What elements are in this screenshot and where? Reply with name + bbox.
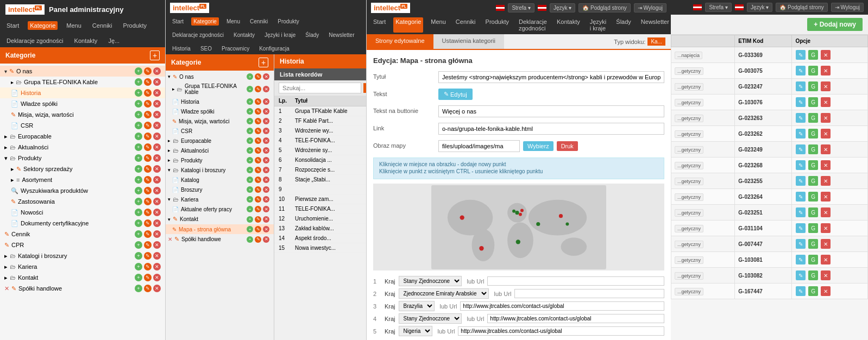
p3-nav-produkty[interactable]: Produkty bbox=[483, 17, 511, 33]
input-obraz[interactable] bbox=[438, 140, 520, 152]
input-button-text[interactable] bbox=[438, 105, 664, 117]
action-edit-btn[interactable]: ✎ bbox=[796, 176, 806, 186]
table-row[interactable]: ...getyczny G-031104 ✎ G ✕ bbox=[671, 221, 868, 236]
p3-nav-slady[interactable]: Ślady bbox=[614, 17, 633, 33]
p2-tree-mapa[interactable]: ✎ Mapa - strona główna + ✎ ✕ bbox=[166, 224, 274, 234]
table-row[interactable]: ...getyczny G-023249 ✎ G ✕ bbox=[671, 142, 868, 158]
btn-wybierz[interactable]: Wybierz bbox=[523, 141, 553, 151]
p2-tree-misja[interactable]: ✎ Misja, wizja, wartości + ✎ ✕ bbox=[166, 116, 274, 126]
tree-item-kariera[interactable]: ▸ 🗁 Kariera + ✎ ✕ bbox=[0, 261, 165, 272]
map-container[interactable] bbox=[373, 184, 664, 270]
icon-orange-3[interactable]: ✎ bbox=[144, 89, 152, 97]
table-row[interactable]: ...getyczny G-023262 ✎ G ✕ bbox=[671, 126, 868, 142]
country-select[interactable]: Stany Zjednoczone bbox=[399, 276, 462, 286]
tree-item-zastosowania[interactable]: ✎ Zastosowania + ✎ ✕ bbox=[0, 196, 165, 207]
p3-nav-kategorie[interactable]: Kategorie bbox=[393, 17, 423, 33]
p2-tree-oferty[interactable]: 📄 Aktualne oferty pracy + ✎ ✕ bbox=[166, 204, 274, 214]
wyloguj-button[interactable]: ⇥ Wyloguj bbox=[634, 3, 666, 12]
action-g-btn[interactable]: G bbox=[808, 97, 818, 107]
action-delete-btn[interactable]: ✕ bbox=[821, 207, 831, 217]
history-row[interactable]: 1Grupa TFKable Kable bbox=[274, 106, 366, 116]
tree-item-grupa[interactable]: ▸ 🗁 Grupa TELE-FONIKA Kable + ✎ ✕ bbox=[0, 77, 165, 87]
tree-item-misja[interactable]: ✎ Misja, wizja, wartości + ✎ ✕ bbox=[0, 109, 165, 120]
nav-cenniki[interactable]: Cenniki bbox=[90, 21, 115, 30]
nav-kategorie[interactable]: Kategorie bbox=[28, 21, 58, 30]
action-g-btn[interactable]: G bbox=[808, 50, 818, 60]
tree-item-historia[interactable]: 📄 Historia + ✎ ✕ bbox=[0, 87, 165, 98]
strefa-dropdown[interactable]: Strefa ▾ bbox=[508, 3, 534, 12]
history-row[interactable]: 7Rozpoczęcie s... bbox=[274, 165, 366, 175]
p3-nav-jezyki[interactable]: Języki i kraje bbox=[588, 17, 609, 33]
p2-nav-cenniki[interactable]: Cenniki bbox=[248, 17, 270, 26]
country-select[interactable]: Nigeria bbox=[399, 326, 432, 336]
add-kategorie-button[interactable]: + bbox=[150, 51, 160, 60]
p2-nav-menu[interactable]: Menu bbox=[224, 17, 242, 26]
p2-tree-grupaTF[interactable]: ▸ 🗁 Grupa TELE-FONIKA Kable + ✎ ✕ bbox=[166, 81, 274, 97]
p2-nav-jezyki[interactable]: Języki i kraje bbox=[262, 31, 298, 39]
p2-tree-katalog[interactable]: 📄 Katalog + ✎ ✕ bbox=[166, 175, 274, 185]
p3-nav-newsletter[interactable]: Newsletter bbox=[639, 17, 671, 33]
tab-ustawienia-kategorii[interactable]: Ustawienia kategorii bbox=[433, 34, 504, 49]
p2-tree-kontakt[interactable]: ▾ ✎ Kontakt + ✎ ✕ bbox=[166, 214, 274, 224]
nav-je[interactable]: Ję... bbox=[106, 36, 122, 45]
action-edit-btn[interactable]: ✎ bbox=[796, 207, 806, 217]
jezyk-dropdown[interactable]: Język ▾ bbox=[550, 3, 575, 12]
p2-tree-produkty[interactable]: ▸ 🗁 Produkty + ✎ ✕ bbox=[166, 155, 274, 165]
p2-nav-historia[interactable]: Historia bbox=[170, 45, 193, 53]
search-button[interactable]: Szukaj bbox=[363, 83, 366, 93]
icon-green-2[interactable]: + bbox=[135, 78, 142, 86]
input-link[interactable] bbox=[438, 123, 664, 135]
icon-red[interactable]: ✕ bbox=[153, 67, 161, 75]
action-delete-btn[interactable]: ✕ bbox=[821, 50, 831, 60]
history-row[interactable]: 4TELE-FONIKA... bbox=[274, 136, 366, 146]
action-g-btn[interactable]: G bbox=[808, 207, 818, 217]
p2-nav-produkty[interactable]: Produkty bbox=[275, 17, 301, 26]
p2-add-btn[interactable]: + bbox=[259, 58, 268, 67]
p2-nav-pracownicy[interactable]: Pracownicy bbox=[219, 45, 251, 53]
country-url-input[interactable] bbox=[487, 314, 664, 323]
action-edit-btn[interactable]: ✎ bbox=[796, 239, 806, 249]
action-edit-btn[interactable]: ✎ bbox=[796, 113, 806, 123]
p3-nav-start[interactable]: Start bbox=[371, 17, 388, 33]
input-tytul[interactable] bbox=[438, 71, 664, 83]
tree-item-cennik[interactable]: ✎ Cennik + ✎ ✕ bbox=[0, 229, 165, 240]
p2-tree-katalogi[interactable]: ▾ 🗁 Katalogi i broszury + ✎ ✕ bbox=[166, 165, 274, 175]
nav-kontakty[interactable]: Kontakty bbox=[72, 36, 100, 45]
p2-nav-seo[interactable]: SEO bbox=[198, 45, 214, 53]
action-delete-btn[interactable]: ✕ bbox=[821, 144, 831, 154]
p2-tree-europacable[interactable]: ▸ 🗁 Europacable + ✎ ✕ bbox=[166, 136, 274, 146]
action-g-btn[interactable]: G bbox=[808, 239, 818, 249]
action-edit-btn[interactable]: ✎ bbox=[796, 97, 806, 107]
table-row[interactable]: ...getyczny G-023255 ✎ G ✕ bbox=[671, 173, 868, 189]
p4-wyloguj-button[interactable]: ⇥ Wyloguj bbox=[831, 3, 864, 12]
country-url-input[interactable] bbox=[514, 289, 664, 298]
action-g-btn[interactable]: G bbox=[808, 223, 818, 233]
p3-nav-cenniki[interactable]: Cenniki bbox=[454, 17, 478, 33]
action-delete-btn[interactable]: ✕ bbox=[821, 113, 831, 123]
search-input[interactable] bbox=[279, 83, 361, 93]
tree-item-wyszukiwarka[interactable]: 🔍 Wyszukiwarka produktów + ✎ ✕ bbox=[0, 185, 165, 196]
add-new-button[interactable]: + Dodaj nowy bbox=[807, 18, 863, 31]
action-edit-btn[interactable]: ✎ bbox=[796, 129, 806, 138]
tab-strony-edytowalne[interactable]: Strony edytowalne bbox=[367, 34, 433, 49]
p4-podglad-button[interactable]: 🏠 Podgląd strony bbox=[776, 3, 828, 12]
p2-tree-historia[interactable]: 📄 Historia + ✎ ✕ bbox=[166, 97, 274, 106]
icon-orange-2[interactable]: ✎ bbox=[144, 78, 152, 86]
tree-item-spolki[interactable]: ✕ ✎ Spółki handlowe + ✎ ✕ bbox=[0, 283, 165, 294]
nav-produkty[interactable]: Produkty bbox=[121, 21, 149, 30]
history-row[interactable]: 10Pierwsze zam... bbox=[274, 194, 366, 204]
p2-tree-spolki[interactable]: ✕ ✎ Spółki handlowe + ✎ ✕ bbox=[166, 234, 274, 244]
action-g-btn[interactable]: G bbox=[808, 255, 818, 265]
p2-nav-konfiguracja[interactable]: Konfiguracja bbox=[257, 45, 292, 53]
action-edit-btn[interactable]: ✎ bbox=[796, 192, 806, 202]
icon-red-2[interactable]: ✕ bbox=[153, 78, 161, 86]
tree-item-kontakt[interactable]: ▸ 🗁 Kontakt + ✎ ✕ bbox=[0, 272, 165, 283]
p2-tree-aktualnosci[interactable]: ▸ 🗁 Aktualności + ✎ ✕ bbox=[166, 146, 274, 155]
country-url-input[interactable] bbox=[487, 276, 664, 286]
table-row[interactable]: ...getyczny G-023268 ✎ G ✕ bbox=[671, 158, 868, 173]
history-row[interactable]: 2TF Kablé Part... bbox=[274, 116, 366, 126]
p2-nav-slady[interactable]: Ślady bbox=[303, 31, 321, 39]
tree-item-produkty[interactable]: ▾ 🗁 Produkty + ✎ ✕ bbox=[0, 153, 165, 163]
table-row[interactable]: ...getyczny G-023264 ✎ G ✕ bbox=[671, 189, 868, 205]
tree-item-dokumenty[interactable]: 📄 Dokumenty certyfikacyjne + ✎ ✕ bbox=[0, 218, 165, 229]
